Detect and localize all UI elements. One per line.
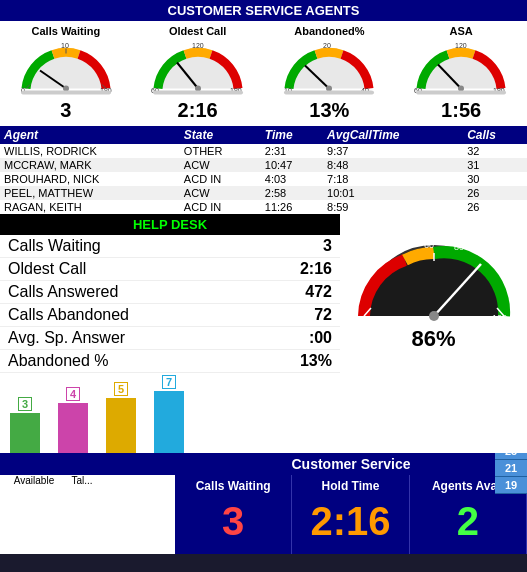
helpdesk-gauge-area: 0 40 60 80 100 86% — [340, 214, 527, 373]
table-cell: ACW — [180, 158, 261, 172]
cs-col-value: 2 — [410, 499, 526, 544]
stats-row: Abandoned % 13% — [0, 350, 340, 373]
table-row: RAGAN, KEITHACD IN11:268:5926 — [0, 200, 527, 214]
gauge-abandoned-value: 13% — [309, 99, 349, 126]
helpdesk-left: HELP DESK Calls Waiting 3 Oldest Call 2:… — [0, 214, 340, 373]
stat-value: :00 — [309, 329, 332, 347]
stats-row: Calls Answered 472 — [0, 281, 340, 304]
table-cell: RAGAN, KEITH — [0, 200, 180, 214]
gauge-asa-label: ASA — [450, 25, 473, 37]
col-time: Time — [261, 126, 323, 144]
stat-label: Abandoned % — [8, 352, 109, 370]
table-cell: PEEL, MATTHEW — [0, 186, 180, 200]
bar — [154, 391, 184, 453]
gauge-oldest-call-svg: 60 120 180 — [148, 39, 248, 97]
svg-text:0: 0 — [354, 313, 359, 323]
table-cell: 9:37 — [323, 144, 463, 158]
table-row: MCCRAW, MARKACW10:478:4831 — [0, 158, 527, 172]
stat-value: 72 — [314, 306, 332, 324]
bar — [58, 403, 88, 453]
customer-service-title: Customer Service — [175, 453, 527, 475]
agent-table-header: Agent State Time AvgCallTime Calls — [0, 126, 527, 144]
table-cell: MCCRAW, MARK — [0, 158, 180, 172]
table-cell: 26 — [463, 200, 527, 214]
table-cell: ACW — [180, 186, 261, 200]
stat-value: 472 — [305, 283, 332, 301]
svg-text:10: 10 — [61, 42, 69, 49]
stats-row: Oldest Call 2:16 — [0, 258, 340, 281]
bar-item: 7 — [154, 375, 184, 453]
bar-chart-labels-area: AvailableTal... — [0, 475, 175, 554]
helpdesk-label: HELP DESK — [0, 214, 340, 235]
stat-value: 3 — [323, 237, 332, 255]
bar-item: 4 — [58, 387, 88, 453]
gauge-asa-value: 1:56 — [441, 99, 481, 126]
gauge-asa: ASA 60 120 180 1:56 — [401, 25, 521, 126]
svg-rect-26 — [416, 91, 506, 95]
agent-table: Agent State Time AvgCallTime Calls WILLI… — [0, 126, 527, 214]
bar-value-label: 4 — [66, 387, 80, 401]
table-row: WILLIS, RODRICKOTHER2:319:3732 — [0, 144, 527, 158]
bar-item: 3 — [10, 397, 40, 453]
bar-label: Tal... — [58, 475, 106, 486]
gauges-row: Calls Waiting 0 10 180 — [0, 21, 527, 126]
helpdesk-gauge-value: 86% — [411, 326, 455, 352]
sidebar-item: 19 — [495, 477, 527, 494]
bar — [106, 398, 136, 453]
table-cell: 30 — [463, 172, 527, 186]
gauge-oldest-call: Oldest Call 60 120 180 2:16 — [138, 25, 258, 126]
stat-value: 2:16 — [300, 260, 332, 278]
gauge-abandoned-svg: 10 20 40 — [279, 39, 379, 97]
sidebar-item: 21 — [495, 460, 527, 477]
table-cell: ACD IN — [180, 172, 261, 186]
stats-row: Calls Abandoned 72 — [0, 304, 340, 327]
stats-row: Avg. Sp. Answer :00 — [0, 327, 340, 350]
table-cell: 10:01 — [323, 186, 463, 200]
table-cell: 8:48 — [323, 158, 463, 172]
svg-text:120: 120 — [455, 42, 467, 49]
gauge-abandoned-label: Abandoned% — [294, 25, 364, 37]
customer-service-section: Customer Service AvailableTal... Calls W… — [0, 453, 527, 554]
table-cell: 8:59 — [323, 200, 463, 214]
table-cell: ACD IN — [180, 200, 261, 214]
table-cell: 2:31 — [261, 144, 323, 158]
svg-rect-20 — [284, 91, 374, 95]
cs-col-value: 3 — [175, 499, 291, 544]
bar-label: Available — [10, 475, 58, 486]
table-cell: BROUHARD, NICK — [0, 172, 180, 186]
gauge-calls-waiting: Calls Waiting 0 10 180 — [6, 25, 126, 126]
stat-label: Calls Waiting — [8, 237, 101, 255]
table-cell: 2:58 — [261, 186, 323, 200]
gauge-calls-waiting-label: Calls Waiting — [32, 25, 101, 37]
cs-col: Hold Time2:16 — [292, 475, 409, 554]
stat-value: 13% — [300, 352, 332, 370]
svg-text:60: 60 — [424, 240, 434, 250]
gauge-calls-waiting-svg: 0 10 180 — [16, 39, 116, 97]
bar-chart-section: 3457 — [0, 373, 527, 453]
svg-text:40: 40 — [397, 242, 407, 252]
page-title: CUSTOMER SERVICE AGENTS — [0, 0, 527, 21]
helpdesk-gauge-svg: 0 40 60 80 100 — [349, 236, 519, 331]
svg-text:120: 120 — [192, 42, 204, 49]
cs-col-label: Calls Waiting — [175, 479, 291, 493]
bar-chart: 3457 — [10, 375, 330, 453]
table-cell: 31 — [463, 158, 527, 172]
table-row: BROUHARD, NICKACD IN4:037:1830 — [0, 172, 527, 186]
table-cell: 10:47 — [261, 158, 323, 172]
cs-col: Calls Waiting3 — [175, 475, 292, 554]
table-cell: 7:18 — [323, 172, 463, 186]
bar-value-label: 5 — [114, 382, 128, 396]
stat-label: Avg. Sp. Answer — [8, 329, 125, 347]
bar — [10, 413, 40, 453]
col-agent: Agent — [0, 126, 180, 144]
table-cell: OTHER — [180, 144, 261, 158]
gauge-oldest-call-label: Oldest Call — [169, 25, 226, 37]
cs-col-value: 2:16 — [292, 499, 408, 544]
col-calls: Calls — [463, 126, 527, 144]
table-cell: 4:03 — [261, 172, 323, 186]
stat-label: Calls Answered — [8, 283, 118, 301]
svg-point-36 — [429, 311, 439, 321]
svg-rect-8 — [21, 91, 111, 95]
svg-text:20: 20 — [323, 42, 331, 49]
agent-table-section: Agent State Time AvgCallTime Calls WILLI… — [0, 126, 527, 214]
